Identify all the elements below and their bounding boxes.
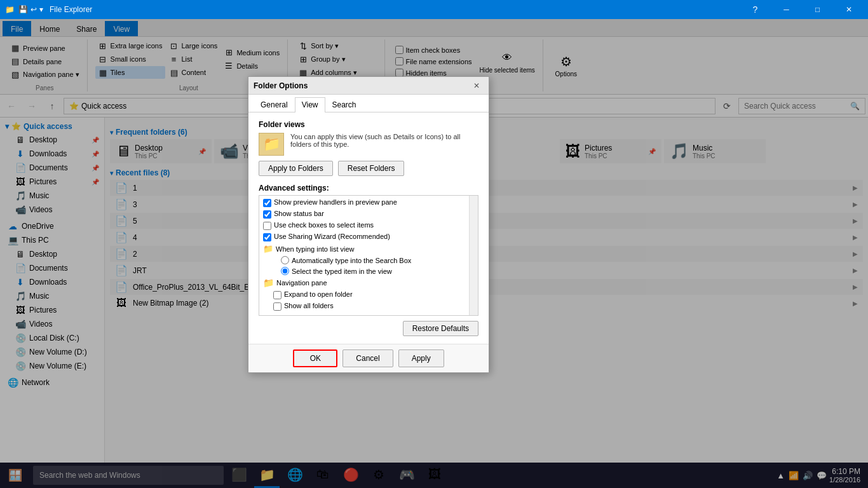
auto-search-label: Automatically type into the Search Box: [292, 257, 411, 264]
sharing-wizard-checkbox[interactable]: [263, 233, 271, 241]
auto-search-radio[interactable]: [281, 256, 289, 264]
adv-group-navpane: 📁 Navigation pane: [261, 276, 477, 289]
adv-list-scrollbar[interactable]: [469, 196, 478, 315]
sharing-wizard-label: Use Sharing Wizard (Recommended): [274, 233, 390, 240]
adv-preview-handlers: Show preview handlers in preview pane: [261, 197, 477, 208]
show-all-folders-checkbox[interactable]: [273, 302, 281, 311]
arrow-annotation: ⇐: [339, 313, 350, 316]
adv-select-typed: Select the typed item in the view: [261, 266, 477, 276]
folder-options-dialog: Folder Options ✕ General View Search Fol…: [248, 76, 489, 373]
status-bar-label: Show status bar: [274, 210, 324, 217]
preview-handlers-label: Show preview handlers in preview pane: [274, 198, 397, 206]
close-button[interactable]: ✕: [834, 0, 863, 19]
save-icon[interactable]: 💾: [18, 5, 28, 14]
adv-status-bar: Show status bar: [261, 208, 477, 220]
check-boxes-checkbox[interactable]: [263, 222, 271, 230]
quick-access-toolbar: 💾 ↩ ▾: [18, 5, 43, 14]
app-icon: 📁: [5, 5, 15, 14]
check-boxes-label: Use check boxes to select items: [274, 221, 374, 229]
restore-defaults-button[interactable]: Restore Defaults: [403, 321, 478, 336]
apply-to-folders-button[interactable]: Apply to Folders: [259, 161, 333, 176]
nav-group-icon: 📁: [263, 278, 274, 288]
select-typed-label: Select the typed item in the view: [292, 268, 392, 275]
maximize-button[interactable]: □: [803, 0, 832, 19]
adv-auto-search: Automatically type into the Search Box: [261, 255, 477, 266]
dialog-footer: OK Cancel Apply: [248, 344, 489, 372]
adv-group-typing: 📁 When typing into list view: [261, 243, 477, 255]
dropdown-icon[interactable]: ▾: [39, 5, 43, 14]
dialog-tab-view[interactable]: View: [295, 97, 325, 112]
adv-expand-folder: Expand to open folder: [261, 289, 477, 301]
help-icon[interactable]: ?: [741, 0, 770, 19]
advanced-settings-list: Show preview handlers in preview pane Sh…: [259, 195, 478, 316]
typing-group-label: When typing into list view: [276, 245, 355, 253]
nav-group-label: Navigation pane: [276, 279, 327, 287]
select-typed-radio[interactable]: [281, 267, 289, 275]
undo-icon[interactable]: ↩: [31, 5, 37, 14]
folder-views-icon: 📁: [259, 133, 284, 156]
dialog-body: Folder views 📁 You can apply this view (…: [248, 112, 489, 344]
status-bar-checkbox[interactable]: [263, 210, 271, 219]
folder-views-buttons: Apply to Folders Reset Folders: [259, 161, 478, 176]
minimize-button[interactable]: ─: [772, 0, 801, 19]
cancel-button[interactable]: Cancel: [342, 349, 393, 367]
title-left: 📁 💾 ↩ ▾ File Explorer: [5, 5, 92, 14]
ok-button[interactable]: OK: [293, 349, 337, 367]
folder-views-row: 📁 You can apply this view (such as Detai…: [259, 133, 478, 156]
dialog-close-button[interactable]: ✕: [470, 79, 484, 93]
folder-views-label: Folder views: [259, 120, 478, 129]
adv-show-all-folders: Show all folders: [261, 301, 477, 312]
adv-check-boxes: Use check boxes to select items: [261, 220, 477, 231]
title-text: File Explorer: [50, 5, 92, 14]
folder-views-description: You can apply this view (such as Details…: [290, 133, 478, 148]
expand-folder-checkbox[interactable]: [273, 291, 281, 299]
restore-defaults-row: Restore Defaults: [259, 321, 478, 336]
advanced-settings-section: Advanced settings: Show preview handlers…: [259, 184, 478, 316]
dialog-tab-search[interactable]: Search: [325, 97, 363, 112]
folder-group-icon: 📁: [263, 244, 273, 254]
dialog-title: Folder Options: [254, 81, 308, 90]
expand-folder-label: Expand to open folder: [284, 290, 353, 298]
advanced-settings-label: Advanced settings:: [259, 184, 478, 193]
title-bar: 📁 💾 ↩ ▾ File Explorer ? ─ □ ✕: [0, 0, 868, 19]
apply-button[interactable]: Apply: [398, 349, 444, 367]
reset-folders-button[interactable]: Reset Folders: [338, 161, 405, 176]
adv-show-libraries: Show libraries ⇐: [261, 312, 477, 316]
title-controls: ? ─ □ ✕: [741, 0, 863, 19]
show-all-folders-label: Show all folders: [284, 302, 334, 309]
dialog-tabs: General View Search: [248, 95, 489, 112]
adv-sharing-wizard: Use Sharing Wizard (Recommended): [261, 231, 477, 243]
folder-views-section: Folder views 📁 You can apply this view (…: [259, 120, 478, 176]
dialog-titlebar: Folder Options ✕: [248, 77, 489, 95]
dialog-tab-general[interactable]: General: [254, 97, 295, 112]
preview-handlers-checkbox[interactable]: [263, 199, 271, 207]
